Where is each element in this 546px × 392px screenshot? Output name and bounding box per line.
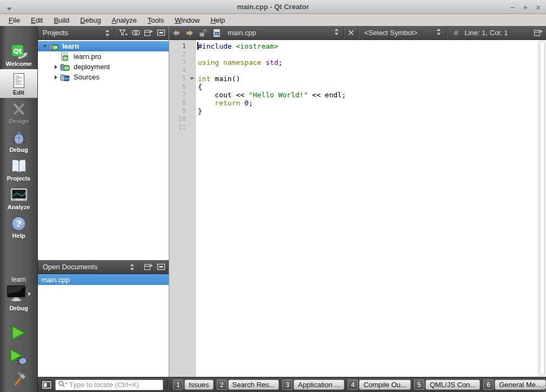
- build-button[interactable]: [6, 371, 31, 391]
- fold-marker-icon[interactable]: [190, 77, 194, 80]
- tree-item-sources[interactable]: C++Sources: [38, 72, 169, 82]
- fold-cell: [189, 67, 195, 75]
- svg-text:Qt: Qt: [64, 66, 69, 70]
- mode-analyze[interactable]: Analyze: [0, 184, 37, 212]
- sidebar-toggle-button[interactable]: [42, 380, 52, 390]
- editor-column: C++ main.cpp <Select Symbol> # Line: 1, …: [169, 26, 546, 377]
- mode-sidebar: QtWelcomeEditDesignDebugProjectsAnalyze?…: [0, 26, 38, 392]
- qt-folder-icon: Qt: [60, 63, 71, 71]
- output-pane-issues-button[interactable]: 1Issues: [173, 380, 214, 390]
- mode-label: Design: [9, 118, 29, 124]
- status-bar: 1Issues2Search Res...3Application ...4Co…: [38, 377, 546, 392]
- unlocked-padlock-icon[interactable]: [196, 26, 210, 40]
- window-menu-icon[interactable]: [6, 5, 12, 10]
- header-separator: [139, 262, 141, 272]
- tree-item-learn-pro[interactable]: Qtlearn.pro: [38, 51, 169, 62]
- menu-edit[interactable]: Edit: [25, 15, 48, 25]
- line-number: 7: [169, 91, 189, 99]
- maximize-button[interactable]: +: [523, 3, 528, 11]
- fold-margin: [189, 40, 196, 377]
- mode-label: Debug: [9, 147, 28, 153]
- menu-tools[interactable]: Tools: [142, 15, 169, 25]
- close-panel-icon[interactable]: [155, 27, 167, 39]
- close-document-button[interactable]: [344, 26, 358, 40]
- expander-collapsed-icon[interactable]: [52, 65, 60, 69]
- back-button[interactable]: [169, 26, 183, 40]
- svg-text:Qt: Qt: [13, 47, 22, 55]
- text-cursor: [197, 42, 198, 50]
- output-pane-compile-ou-button[interactable]: 4Compile Ou...: [348, 380, 410, 390]
- expander-collapsed-icon[interactable]: [52, 75, 60, 79]
- pane-number-badge: 2: [217, 380, 227, 390]
- fold-cell: [189, 50, 195, 58]
- magnifier-icon[interactable]: [58, 380, 68, 389]
- filter-icon[interactable]: [117, 27, 130, 39]
- split-icon[interactable]: [142, 27, 155, 39]
- hash-icon: #: [454, 29, 458, 37]
- minimize-button[interactable]: −: [510, 3, 515, 11]
- scrollbar-thumb[interactable]: [540, 41, 545, 376]
- run-play-icon: [10, 324, 28, 343]
- projects-panel-header: Projects: [38, 26, 169, 40]
- line-number-gutter: 1234567891011: [169, 40, 189, 377]
- pane-number-badge: 4: [348, 380, 358, 390]
- output-pane-qml-js-con-button[interactable]: 5QML/JS Con...: [414, 380, 480, 390]
- menu-file[interactable]: File: [3, 15, 25, 25]
- line-number: 6: [169, 83, 189, 91]
- menu-help[interactable]: Help: [205, 15, 230, 25]
- combo-arrows-icon[interactable]: [129, 263, 135, 271]
- menu-analyze[interactable]: Analyze: [106, 15, 142, 25]
- tree-item-deployment[interactable]: Qtdeployment: [38, 62, 169, 72]
- symbol-selector[interactable]: <Select Symbol>: [359, 26, 447, 40]
- tree-item-label: learn: [62, 42, 79, 50]
- close-panel-icon[interactable]: [155, 261, 167, 273]
- pane-label: QML/JS Con...: [425, 380, 480, 390]
- menu-build[interactable]: Build: [48, 15, 75, 25]
- output-pane-search-res-button[interactable]: 2Search Res...: [217, 380, 279, 390]
- debug-run-button[interactable]: [6, 347, 31, 368]
- fold-cell: [189, 91, 195, 99]
- output-pane-general-me-button[interactable]: 6General Me...: [483, 380, 546, 390]
- editor-toolbar: C++ main.cpp <Select Symbol> # Line: 1, …: [169, 26, 546, 40]
- cursor-position-indicator: # Line: 1, Col: 1: [448, 26, 530, 40]
- mode-debug[interactable]: Debug: [0, 127, 37, 155]
- projects-panel-title: Projects: [43, 29, 104, 37]
- vertical-scrollbar[interactable]: [538, 40, 546, 377]
- fold-cell: [189, 83, 195, 91]
- split-icon[interactable]: [142, 261, 155, 273]
- pane-label: Issues: [184, 380, 214, 390]
- forward-button[interactable]: [183, 26, 196, 40]
- open-documents-title: Open Documents: [43, 263, 129, 271]
- mode-welcome[interactable]: QtWelcome: [0, 41, 37, 69]
- edit-document-icon: [12, 71, 26, 89]
- open-documents-list: main.cpp: [38, 274, 169, 377]
- locator-input[interactable]: [69, 381, 161, 389]
- document-selector[interactable]: main.cpp: [223, 26, 343, 40]
- mode-label: Welcome: [5, 61, 31, 67]
- tree-item-learn[interactable]: Qtlearn: [38, 41, 169, 51]
- combo-arrows-icon[interactable]: [104, 29, 110, 37]
- svg-text:Qt: Qt: [63, 56, 68, 60]
- close-button[interactable]: ×: [536, 3, 541, 11]
- code-area[interactable]: #include <iostream> using namespace std;…: [196, 40, 538, 377]
- side-panel-column: Projects QtlearnQtlearn.proQtdeploymentC…: [38, 26, 169, 377]
- code-editor[interactable]: 1234567891011 #include <iostream> using …: [169, 40, 546, 377]
- split-editor-button[interactable]: [530, 26, 546, 40]
- line-number: 4: [169, 67, 189, 75]
- synchronize-icon[interactable]: [130, 27, 142, 39]
- menu-debug[interactable]: Debug: [75, 15, 106, 25]
- output-pane-application-button[interactable]: 3Application ...: [282, 380, 344, 390]
- open-document-main-cpp[interactable]: main.cpp: [38, 274, 169, 285]
- window-title: main.cpp - Qt Creator: [0, 3, 546, 11]
- kit-selector[interactable]: learn Debug: [0, 276, 37, 311]
- mode-projects[interactable]: Projects: [0, 155, 37, 184]
- locator[interactable]: [55, 380, 163, 390]
- expander-expanded-icon[interactable]: [41, 45, 49, 48]
- run-button[interactable]: [6, 323, 31, 344]
- menu-window[interactable]: Window: [169, 15, 205, 25]
- mode-edit[interactable]: Edit: [0, 69, 37, 98]
- qt-file-icon: Qt: [60, 52, 71, 61]
- code-line: [198, 123, 538, 131]
- mode-help[interactable]: ?Help: [0, 212, 37, 241]
- qt-welcome-icon: Qt: [9, 43, 29, 61]
